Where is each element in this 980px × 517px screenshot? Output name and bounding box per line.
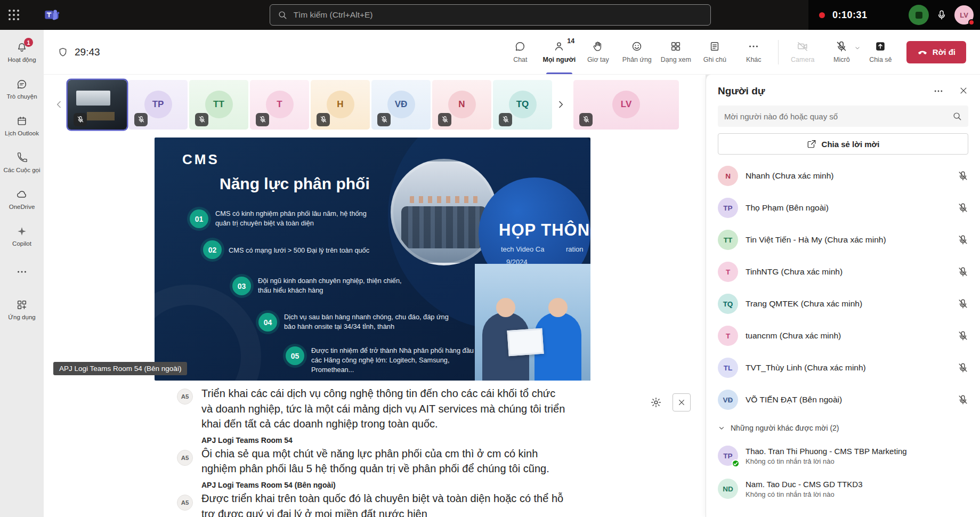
participant-tile[interactable]: T: [250, 80, 309, 130]
notes-button[interactable]: Ghi chú: [695, 30, 734, 74]
avatar: VĐ: [718, 390, 738, 410]
screen-share-stage: CMS Năng lực phân phối 01 CMS có kinh ng…: [44, 132, 706, 382]
slide-overlay-text: tech Video Ca: [501, 245, 544, 253]
avatar: TP: [718, 198, 738, 218]
avatar-initials: TP: [723, 452, 732, 460]
mic-dropdown-chevron[interactable]: [854, 45, 861, 51]
share-button[interactable]: Chia sẻ: [861, 30, 900, 74]
invited-section-header[interactable]: Những người khác được mời (2): [718, 417, 968, 439]
invited-name: Nam. Tao Duc - CMS GD TTKD3: [746, 480, 968, 489]
search-input[interactable]: [294, 10, 703, 20]
captions-settings-icon[interactable]: [650, 397, 662, 408]
recorder-mic-icon[interactable]: [936, 10, 947, 20]
avatar: ND: [718, 479, 738, 499]
invited-row[interactable]: TP Thao. Tran Thi Phuong - CMS TBP Marke…: [718, 439, 968, 472]
panel-close-icon[interactable]: [959, 86, 968, 96]
chat-button[interactable]: Chat: [501, 30, 540, 74]
caption-text: Triển khai các cái dịch vụ công nghệ thô…: [201, 386, 569, 432]
waffle-menu-icon[interactable]: [0, 0, 28, 30]
invite-input[interactable]: [724, 112, 947, 121]
mic-off-icon: [958, 362, 968, 373]
sidebar-item-copilot[interactable]: Copilot: [0, 218, 44, 255]
mic-button[interactable]: Micrô: [822, 30, 861, 74]
button-label: Dạng xem: [661, 56, 691, 63]
mic-off-badge-icon: [134, 113, 148, 126]
invited-row[interactable]: ND Nam. Tao Duc - CMS GD TTKD3 Không có …: [718, 472, 968, 505]
sidebar-item-calls[interactable]: Các Cuộc gọi: [0, 144, 44, 181]
avatar: A5: [177, 450, 193, 466]
view-button[interactable]: Dạng xem: [657, 30, 695, 74]
sidebar-item-apps[interactable]: Ứng dụng: [0, 292, 44, 328]
camera-button[interactable]: Camera: [783, 30, 822, 74]
raise-hand-button[interactable]: Giơ tay: [579, 30, 618, 74]
sidebar-item-onedrive[interactable]: OneDrive: [0, 181, 44, 218]
sidebar-item-activity[interactable]: Hoạt động 1: [0, 34, 44, 71]
button-label: Chia sẻ: [869, 56, 892, 63]
sidebar-item-more[interactable]: [0, 255, 44, 292]
meeting-timer: 29:43: [75, 46, 100, 58]
slide-overlay-title: HỌP THÔNG: [499, 221, 590, 240]
profile-avatar[interactable]: LV: [954, 5, 974, 25]
phone-icon: [16, 152, 28, 164]
participant-row[interactable]: T tuancnm (Chưa xác minh): [718, 320, 968, 352]
sidebar-item-label: Copilot: [12, 240, 31, 247]
hand-icon: [592, 41, 604, 52]
slide-item-number: 03: [232, 277, 251, 295]
participant-tile[interactable]: TP: [128, 80, 188, 130]
participant-name: VÕ TIẾN ĐẠT (Bên ngoài): [746, 395, 950, 405]
invited-status: Không có tin nhắn trả lời nào: [746, 457, 968, 465]
participant-row[interactable]: T TinhNTG (Chưa xác minh): [718, 256, 968, 288]
panel-more-icon[interactable]: [933, 86, 944, 96]
avatar: TL: [718, 358, 738, 378]
filmstrip-scroll-right-icon[interactable]: [554, 93, 568, 116]
invited-name: Thao. Tran Thi Phuong - CMS TBP Marketin…: [746, 447, 968, 456]
video-tile-room[interactable]: [68, 80, 127, 130]
activity-badge: 1: [24, 38, 33, 47]
mic-off-icon: [958, 171, 968, 181]
participant-row[interactable]: TP Thọ Phạm (Bên ngoài): [718, 192, 968, 224]
avatar: TP: [718, 446, 738, 466]
avatar: N: [718, 166, 738, 186]
button-label: Camera: [791, 56, 814, 63]
avatar: VĐ: [387, 91, 415, 118]
participant-row[interactable]: VĐ VÕ TIẾN ĐẠT (Bên ngoài): [718, 384, 968, 416]
people-button[interactable]: 14 Mọi người: [540, 30, 579, 74]
invited-section-label: Những người khác được mời (2): [731, 424, 839, 432]
room-video-thumbnail: [76, 91, 110, 106]
more-button[interactable]: Khác: [734, 30, 773, 74]
participant-row[interactable]: N Nhanh (Chưa xác minh): [718, 160, 968, 192]
avatar: T: [266, 91, 294, 118]
captions-close-icon[interactable]: [673, 393, 691, 411]
leave-button[interactable]: Rời đi: [906, 41, 966, 63]
participant-row[interactable]: TT Tin Việt Tiến - Hà My (Chưa xác minh): [718, 224, 968, 256]
participant-tile[interactable]: N: [432, 80, 491, 130]
meeting-toolbar: 29:43 Chat 14 Mọi người Giơ tay Phản ứng…: [44, 30, 980, 75]
teams-logo-icon[interactable]: [44, 7, 60, 23]
mic-off-icon: [836, 41, 847, 52]
avatar-initials: ND: [723, 485, 733, 493]
participant-tile[interactable]: H: [311, 80, 370, 130]
mic-off-badge-icon: [499, 113, 512, 126]
participant-tile[interactable]: TT: [189, 80, 248, 130]
share-invite-label: Chia sẻ lời mời: [822, 140, 880, 149]
reactions-button[interactable]: Phản ứng: [618, 30, 657, 74]
app-top-bar: 0:10:31 LV: [0, 0, 980, 30]
avatar: LV: [612, 91, 640, 118]
sidebar-item-chat[interactable]: Trò chuyện: [0, 71, 44, 108]
participant-tile[interactable]: VĐ: [371, 80, 431, 130]
filmstrip-scroll-left-icon[interactable]: [52, 93, 66, 116]
participant-name: tuancnm (Chưa xác minh): [746, 331, 950, 341]
button-label: Phản ứng: [622, 56, 652, 63]
mic-off-badge-icon: [256, 113, 269, 126]
sidebar-item-calendar[interactable]: Lịch Outlook: [0, 108, 44, 144]
participant-row[interactable]: TL TVT_Thùy Linh (Chưa xác minh): [718, 352, 968, 384]
stop-capture-button[interactable]: [909, 5, 929, 25]
participant-tile[interactable]: TQ: [493, 80, 552, 130]
participants-panel: Người dự Chia sẻ lời mời N Nhanh (Chưa x…: [706, 75, 980, 517]
participant-row[interactable]: TQ Trang QMTEK (Chưa xác minh): [718, 288, 968, 320]
chat-bubble-icon: [514, 41, 526, 52]
ellipsis-icon: [16, 266, 28, 278]
caption-speaker: APJ Logi Teams Room 54: [201, 436, 569, 445]
participant-tile-pinned[interactable]: LV: [573, 80, 679, 130]
share-invite-button[interactable]: Chia sẻ lời mời: [718, 133, 968, 155]
